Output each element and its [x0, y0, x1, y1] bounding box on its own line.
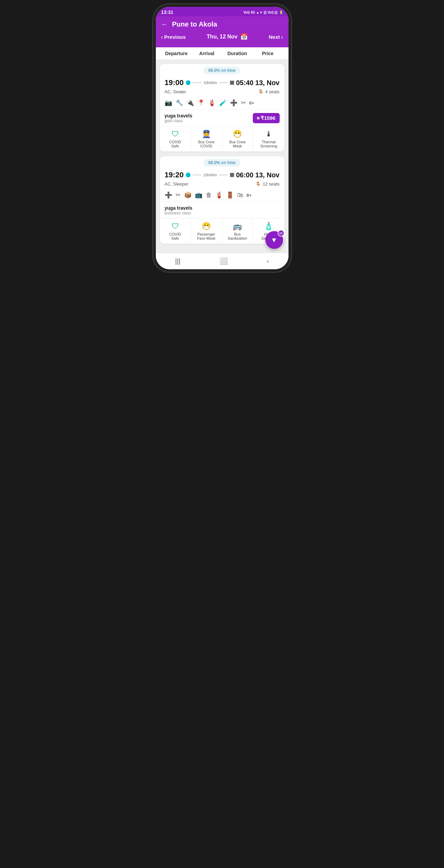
- back-button[interactable]: ←: [161, 20, 168, 28]
- amenities-row-1: 📷 🔧 🔌 📍 🧯 🧪 ➕ ✂ 6+: [165, 97, 280, 109]
- previous-button[interactable]: ‹ Previous: [161, 34, 186, 40]
- face-mask-label-2: PassengerFace Mask: [197, 232, 215, 240]
- covid-item-sanitization-2: 🚌 BusSanitization: [222, 219, 253, 244]
- bus-type-row-2: AC, Sleeper 🪑 12 seats: [165, 181, 280, 187]
- bus-card-2[interactable]: 88.0% on time 19:20 10h40m 06:00 13, Nov…: [160, 156, 284, 244]
- seat-count-1: 4 seats: [265, 89, 280, 94]
- operator-name-2: yuga travels: [165, 205, 193, 211]
- amenity-charging: 🔌: [186, 99, 194, 107]
- nav-back-icon[interactable]: ‹: [267, 258, 269, 265]
- calendar-icon[interactable]: 📅: [240, 33, 248, 41]
- previous-label: Previous: [164, 34, 186, 40]
- amenity-firstaid-2: ➕: [165, 191, 172, 199]
- column-headers: Departure Arrival Duration Price: [156, 47, 289, 60]
- seats-info-1: 🪑 4 seats: [258, 89, 280, 94]
- covid-item-crew-covid-1: 👮 Bus CrewCOVID: [191, 126, 222, 151]
- dep-time-2: 19:20: [165, 171, 184, 179]
- covid-item-crew-mask-1: 😷 Bus CrewMask: [222, 126, 253, 151]
- nav-menu-icon[interactable]: |||: [175, 257, 181, 265]
- covid-item-safe-2: 🛡 COVIDSafe: [160, 219, 191, 244]
- seats-info-2: 🪑 12 seats: [256, 181, 279, 187]
- card-divider-1: [160, 109, 284, 110]
- signal-icons: Vol) 4G ▲▼ ||| Vol) |||: [243, 11, 277, 14]
- covid-item-safe-1: 🛡 COVIDSafe: [160, 126, 191, 151]
- amenity-count-2: 8+: [247, 193, 252, 198]
- face-mask-icon-2: 😷: [202, 222, 211, 231]
- dep-time-1: 19:00: [165, 78, 184, 87]
- amenity-gps: 📍: [197, 99, 205, 107]
- card-body-2: 19:20 10h40m 06:00 13, Nov AC, Sleeper 🪑…: [160, 167, 284, 201]
- covid-item-thermal-1: 🌡 ThermalScreening: [253, 126, 284, 151]
- header: ← Pune to Akola ‹ Previous Thu, 12 Nov 📅…: [156, 16, 289, 47]
- thermal-icon-1: 🌡: [265, 130, 273, 139]
- col-departure: Departure: [161, 51, 192, 56]
- nav-home-icon[interactable]: ⬜: [219, 257, 228, 265]
- phone-frame: 13:31 Vol) 4G ▲▼ ||| Vol) ||| 🔋 ← Pune t…: [156, 7, 289, 269]
- amenity-cctv: 📷: [165, 99, 172, 107]
- amenity-blanket: ✂: [241, 99, 246, 107]
- seat-icon-1: 🪑: [258, 89, 264, 94]
- on-time-text-1: 88.0% on time: [203, 67, 240, 74]
- bus-type-2: AC, Sleeper: [165, 181, 188, 187]
- dep-dot-1: [186, 80, 191, 85]
- price-tag-1[interactable]: ₹1596: [253, 113, 279, 123]
- covid-row-1: 🛡 COVIDSafe 👮 Bus CrewCOVID 😷 Bus CrewMa…: [160, 126, 284, 151]
- chevron-right-icon: ›: [281, 34, 283, 40]
- col-arrival: Arrival: [192, 51, 222, 56]
- current-date: Thu, 12 Nov 📅: [207, 33, 248, 41]
- amenity-reading-light: 🔧: [176, 99, 183, 107]
- card-divider-2: [160, 202, 284, 202]
- operator-name-1: yuga travels: [165, 113, 193, 118]
- col-price: Price: [252, 51, 283, 56]
- operator-row-2: yuga travels business class ₹1800: [160, 203, 284, 218]
- bus-type-1: AC, Seater: [165, 89, 186, 94]
- date-navigation: ‹ Previous Thu, 12 Nov 📅 Next ›: [161, 33, 283, 41]
- next-button[interactable]: Next ›: [269, 34, 283, 40]
- arr-dot-1: [230, 81, 234, 85]
- operator-class-2: business class: [165, 211, 193, 215]
- bus-card-1[interactable]: 88.0% on time 19:00 10h40m 05:40 13, Nov…: [160, 64, 284, 151]
- amenity-door-2: 🚪: [226, 191, 234, 199]
- amenity-fireext-2: 🧯: [215, 191, 223, 199]
- amenity-count-1: 6+: [249, 100, 254, 106]
- operator-info-1: yuga travels gold class: [165, 113, 193, 123]
- time-line-right-1: [219, 82, 228, 83]
- header-top: ← Pune to Akola: [161, 20, 283, 28]
- dep-dot-2: [186, 173, 191, 177]
- status-time: 13:31: [161, 10, 174, 15]
- amenity-tv-2: 📺: [195, 191, 202, 199]
- bus-type-row-1: AC, Seater 🪑 4 seats: [165, 89, 280, 94]
- operator-row-1: yuga travels gold class ₹1596: [160, 110, 284, 126]
- arr-time-2: 06:00 13, Nov: [236, 171, 280, 179]
- col-duration: Duration: [222, 51, 253, 56]
- crew-covid-icon-1: 👮: [202, 130, 211, 139]
- filter-fab[interactable]: ▼ 10: [265, 231, 283, 249]
- sanitization-icon-2: 🚌: [233, 222, 242, 231]
- amenity-blanket-2: ✂: [176, 191, 181, 199]
- duration-2: 10h40m: [201, 173, 219, 177]
- crew-mask-icon-1: 😷: [233, 130, 242, 139]
- duration-wrapper-1: 10h40m: [193, 81, 228, 85]
- covid-safe-icon-2: 🛡: [171, 222, 179, 231]
- amenity-bag-2: 🛍: [237, 192, 243, 199]
- thermal-label-1: ThermalScreening: [260, 140, 277, 148]
- date-text: Thu, 12 Nov: [207, 34, 238, 40]
- duration-1: 10h40m: [201, 81, 219, 85]
- card-body-1: 19:00 10h40m 05:40 13, Nov AC, Seater 🪑 …: [160, 75, 284, 109]
- seat-count-2: 12 seats: [263, 181, 279, 187]
- covid-safe-label-1: COVIDSafe: [169, 140, 181, 148]
- covid-safe-icon-1: 🛡: [171, 130, 179, 139]
- time-row-2: 19:20 10h40m 06:00 13, Nov: [165, 171, 280, 179]
- amenity-luggage-2: 📦: [184, 191, 192, 199]
- main-content: 88.0% on time 19:00 10h40m 05:40 13, Nov…: [156, 60, 289, 253]
- on-time-badge-1: 88.0% on time: [160, 64, 284, 75]
- nav-bar: ||| ⬜ ‹: [156, 253, 289, 269]
- price-1: ₹1596: [261, 115, 275, 121]
- sanitization-label-2: BusSanitization: [228, 232, 247, 240]
- hand-sanitizer-icon-2: 🧴: [264, 222, 273, 231]
- status-bar: 13:31 Vol) 4G ▲▼ ||| Vol) ||| 🔋: [156, 7, 289, 16]
- time-line-right-2: [219, 175, 228, 175]
- filter-count: 10: [279, 231, 282, 235]
- time-row-1: 19:00 10h40m 05:40 13, Nov: [165, 78, 280, 87]
- time-line-left-2: [193, 175, 201, 175]
